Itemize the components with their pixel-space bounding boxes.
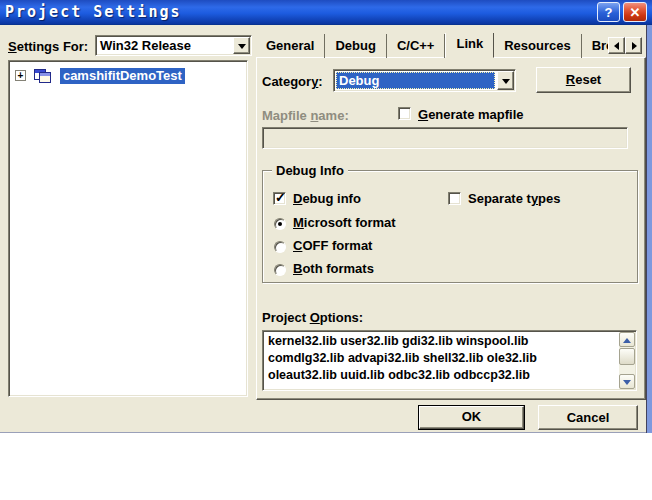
tab-general[interactable]: General <box>256 34 325 58</box>
reset-button[interactable]: Reset <box>536 67 631 93</box>
project-options-textarea[interactable]: kernel32.lib user32.lib gdi32.lib winspo… <box>262 330 637 391</box>
radio-dot-icon <box>278 222 282 226</box>
project-options-label: Project Options: <box>262 310 363 325</box>
coff-format-radio[interactable] <box>274 241 286 253</box>
tab-scroll-spinner <box>608 37 642 54</box>
mapfile-name-label: Mapfile name: <box>262 108 349 123</box>
separate-types-label[interactable]: Separate types <box>468 191 561 206</box>
project-options-line: comdlg32.lib advapi32.lib shell32.lib ol… <box>268 350 617 367</box>
close-icon: ✕ <box>630 5 641 20</box>
debug-info-checkbox[interactable]: ✓ <box>273 192 286 205</box>
tab-debug[interactable]: Debug <box>325 34 386 58</box>
help-icon: ? <box>605 5 613 20</box>
project-options-line: oleaut32.lib uuid.lib odbc32.lib odbccp3… <box>268 367 617 384</box>
scroll-up-button[interactable] <box>619 332 635 347</box>
coff-format-label[interactable]: COFF format <box>293 238 372 253</box>
window-right-border <box>646 25 652 433</box>
separate-types-checkbox[interactable] <box>448 192 461 205</box>
microsoft-format-radio[interactable] <box>274 218 286 230</box>
tab-scroll-left-button[interactable] <box>608 37 625 54</box>
tree-expander[interactable]: + <box>15 70 26 81</box>
settings-for-label: Settings For: <box>8 39 88 54</box>
window-title: Project Settings <box>5 3 182 21</box>
arrow-down-icon <box>623 380 631 385</box>
tab-scroll-right-button[interactable] <box>625 37 642 54</box>
close-button[interactable]: ✕ <box>623 2 647 22</box>
project-settings-dialog: Project Settings ? ✕ Settings For: Win32… <box>0 0 652 433</box>
category-value: Debug <box>339 73 379 88</box>
tab-resources[interactable]: Resources <box>494 34 581 58</box>
generate-mapfile-label[interactable]: Generate mapfile <box>418 107 524 122</box>
screen: Project Settings ? ✕ Settings For: Win32… <box>0 0 652 500</box>
category-label: Category: <box>262 74 323 89</box>
project-options-line: kernel32.lib user32.lib gdi32.lib winspo… <box>268 333 617 350</box>
project-tree[interactable]: + camshifitDemoTest <box>8 60 248 397</box>
scrollbar-thumb[interactable] <box>619 348 635 365</box>
settings-for-dropdown-button[interactable] <box>233 37 250 54</box>
chevron-down-icon <box>502 79 510 84</box>
chevron-down-icon <box>238 44 246 49</box>
cancel-button[interactable]: Cancel <box>538 405 638 430</box>
title-bar[interactable]: Project Settings ? ✕ <box>0 0 652 25</box>
settings-for-combobox[interactable]: Win32 Release <box>95 35 252 56</box>
both-formats-label[interactable]: Both formats <box>293 261 374 276</box>
debug-info-group-title: Debug Info <box>272 163 348 178</box>
tab-link[interactable]: Link <box>445 33 494 58</box>
arrow-right-icon <box>632 42 637 50</box>
cancel-button-label: Cancel <box>567 410 610 425</box>
help-button[interactable]: ? <box>597 2 620 22</box>
arrow-left-icon <box>614 42 619 50</box>
mapfile-name-input <box>262 127 628 149</box>
project-icon <box>34 69 52 83</box>
debug-info-label[interactable]: Debug info <box>293 191 361 206</box>
project-options-scrollbar[interactable] <box>619 332 635 389</box>
settings-for-value: Win32 Release <box>100 38 191 53</box>
category-combobox[interactable]: Debug <box>333 69 516 92</box>
category-dropdown-button[interactable] <box>497 71 514 90</box>
both-formats-radio[interactable] <box>274 264 286 276</box>
tree-item-label[interactable]: camshifitDemoTest <box>60 68 185 84</box>
tree-row-project[interactable]: + camshifitDemoTest <box>15 66 185 82</box>
scroll-down-button[interactable] <box>619 374 635 389</box>
category-selection: Debug <box>336 72 495 89</box>
project-options-text: kernel32.lib user32.lib gdi32.lib winspo… <box>268 333 617 384</box>
tab-strip: General Debug C/C++ Link Resources Brows… <box>256 33 612 58</box>
check-icon: ✓ <box>275 190 286 205</box>
arrow-up-icon <box>623 338 631 343</box>
debug-info-group: Debug Info ✓ Debug info Separate types M… <box>262 170 638 283</box>
microsoft-format-label[interactable]: Microsoft format <box>293 215 396 230</box>
ok-button-label: OK <box>462 409 482 424</box>
ok-button[interactable]: OK <box>418 405 525 430</box>
tab-c-cpp[interactable]: C/C++ <box>387 34 446 58</box>
generate-mapfile-checkbox[interactable] <box>398 107 411 120</box>
